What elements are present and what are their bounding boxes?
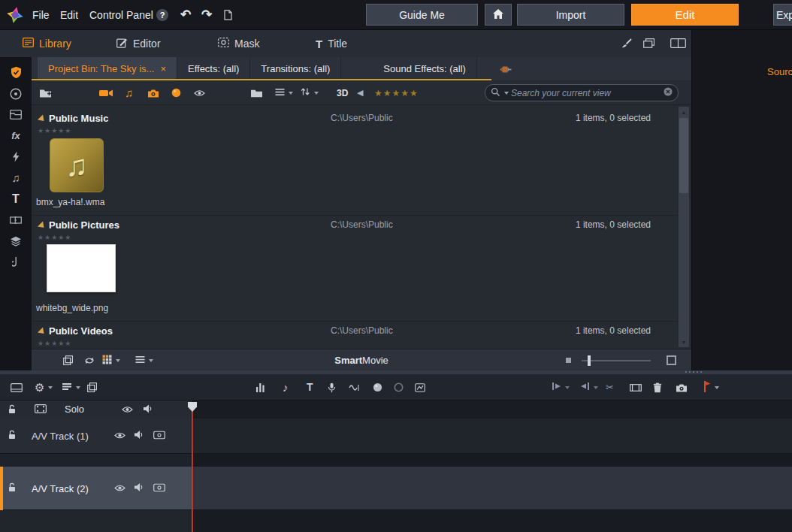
dual-display-icon[interactable] [670, 38, 686, 50]
tab-source[interactable]: Source [767, 66, 792, 77]
eye-icon[interactable] [122, 404, 133, 416]
track-size-icon[interactable] [62, 374, 80, 401]
filter-photos-icon[interactable] [147, 80, 159, 105]
snapshot-camera-icon[interactable] [676, 374, 688, 401]
effects-ball-icon[interactable] [373, 374, 382, 401]
trim-in-icon[interactable] [552, 374, 570, 401]
toolbar-panel-icon[interactable] [11, 374, 23, 401]
speaker-icon[interactable] [134, 431, 144, 442]
section-header-public-pictures[interactable]: Public Pictures C:\Users\Public 1 items,… [32, 216, 678, 233]
rating-stars[interactable]: ★★★★★ [38, 234, 71, 241]
menu-control-panel[interactable]: Control Panel [89, 9, 153, 21]
brush-icon[interactable] [621, 38, 632, 51]
search-input[interactable] [511, 88, 661, 98]
guide-me-button[interactable]: Guide Me [366, 4, 478, 26]
menu-edit[interactable]: Edit [60, 9, 78, 21]
rating-stars[interactable]: ★★★★★ [38, 127, 71, 135]
audio-mixer-icon[interactable] [255, 374, 266, 401]
pin-tab-icon[interactable] [499, 65, 512, 76]
marker-flag-icon[interactable] [703, 374, 719, 401]
duplicate-window-icon[interactable] [643, 38, 654, 50]
track-lane-2[interactable] [193, 467, 792, 510]
zoom-out-icon[interactable] [566, 358, 571, 363]
library-scrollbar[interactable]: ▲ ▼ [679, 107, 689, 347]
speaker-icon[interactable] [134, 482, 144, 494]
tab-sound-effects[interactable]: Sound Effects: (all) [373, 57, 477, 80]
track-header-2[interactable]: A/V Track (2) [0, 467, 193, 510]
track-lane-1[interactable] [193, 419, 792, 454]
edit-mode-button[interactable]: Edit [631, 4, 739, 26]
zoom-slider-track[interactable] [582, 360, 651, 361]
shield-icon[interactable] [10, 66, 23, 79]
clear-search-icon[interactable] [664, 87, 673, 98]
rating-stars[interactable]: ★★★★★ [38, 340, 71, 347]
montage-layers-icon[interactable] [10, 234, 22, 247]
trash-icon[interactable] [653, 374, 662, 401]
lock-icon[interactable] [8, 404, 17, 416]
create-title-icon[interactable]: T [307, 374, 313, 401]
tab-mask[interactable]: Mask [218, 30, 259, 57]
redo-icon[interactable]: ↷ [201, 8, 212, 21]
asset-filename[interactable]: whitebg_wide.png [36, 303, 108, 313]
filter-audio-icon[interactable]: ♫ [125, 80, 133, 105]
transition-icon[interactable] [10, 213, 22, 226]
search-scope-caret[interactable] [504, 92, 509, 95]
trim-out-icon[interactable] [580, 374, 598, 401]
timeline-settings-icon[interactable]: ⚙ [35, 374, 53, 401]
bolt-icon[interactable] [12, 150, 20, 163]
titles-icon[interactable]: T [12, 192, 20, 205]
lock-icon[interactable] [8, 482, 17, 494]
group-folder-icon[interactable] [250, 80, 263, 105]
monitor-icon[interactable] [153, 431, 165, 442]
voiceover-mic-icon[interactable] [328, 374, 336, 401]
smartmovie-button[interactable]: SmartMovie [334, 349, 388, 371]
scroll-down-icon[interactable]: ▼ [679, 337, 689, 346]
disc-dim-icon[interactable] [394, 374, 404, 401]
track-header-1[interactable]: A/V Track (1) [0, 419, 193, 454]
undo-icon[interactable]: ↶ [180, 8, 191, 21]
notes-page-icon[interactable] [224, 10, 232, 23]
speaker-icon[interactable] [143, 404, 153, 416]
playhead-line[interactable] [192, 402, 193, 532]
audio-clef-icon[interactable] [12, 255, 20, 268]
tab-editor[interactable]: Editor [116, 30, 161, 57]
effects-fx-icon[interactable]: fx [11, 129, 20, 142]
stereo-3d-filter[interactable]: 3D [337, 80, 348, 105]
filter-effects-icon[interactable] [171, 80, 181, 105]
home-button[interactable] [485, 4, 512, 26]
rating-filter-stars[interactable]: ★★★★★ [374, 80, 419, 105]
import-button[interactable]: Import [517, 4, 624, 26]
new-bin-icon[interactable] [39, 80, 52, 105]
list-view-icon[interactable] [135, 349, 153, 371]
track-header-3[interactable] [0, 510, 193, 532]
tab-transitions[interactable]: Transitions: (all) [250, 57, 341, 80]
keyframe-pad-icon[interactable] [415, 374, 425, 401]
tab-library[interactable]: Library [23, 30, 71, 57]
scorefitter-wave-icon[interactable] [349, 374, 360, 401]
audio-clef-icon[interactable]: ♪ [283, 374, 289, 401]
tab-title[interactable]: T Title [316, 30, 347, 57]
asset-filename[interactable]: bmx_ya-ha!.wma [36, 197, 104, 207]
export-button[interactable]: Export [773, 4, 792, 26]
razor-icon[interactable]: ✂ [606, 374, 614, 401]
eye-icon[interactable] [114, 482, 125, 494]
music-note-icon[interactable]: ♫ [11, 171, 20, 184]
duplicate-icon[interactable] [87, 374, 97, 401]
help-icon[interactable]: ? [156, 9, 168, 21]
solo-label[interactable]: Solo [65, 404, 84, 415]
sync-icon[interactable] [84, 349, 95, 371]
back-icon[interactable]: ◀ [357, 80, 363, 105]
film-icon[interactable] [35, 404, 47, 416]
track-lane-3[interactable] [193, 510, 792, 532]
close-tab-icon[interactable]: × [160, 63, 166, 74]
menu-file[interactable]: File [32, 9, 50, 21]
copy-icon[interactable] [63, 349, 73, 371]
section-header-public-music[interactable]: Public Music C:\Users\Public 1 items, 0 … [32, 110, 678, 126]
disc-icon[interactable] [10, 87, 22, 100]
lock-icon[interactable] [8, 430, 17, 442]
filter-videos-icon[interactable] [99, 80, 113, 105]
scroll-up-icon[interactable]: ▲ [679, 107, 689, 116]
tab-project-bin[interactable]: Project Bin: The Sky is... × [38, 57, 177, 80]
sort-icon[interactable] [301, 80, 319, 105]
preview-eye-icon[interactable] [194, 80, 205, 105]
